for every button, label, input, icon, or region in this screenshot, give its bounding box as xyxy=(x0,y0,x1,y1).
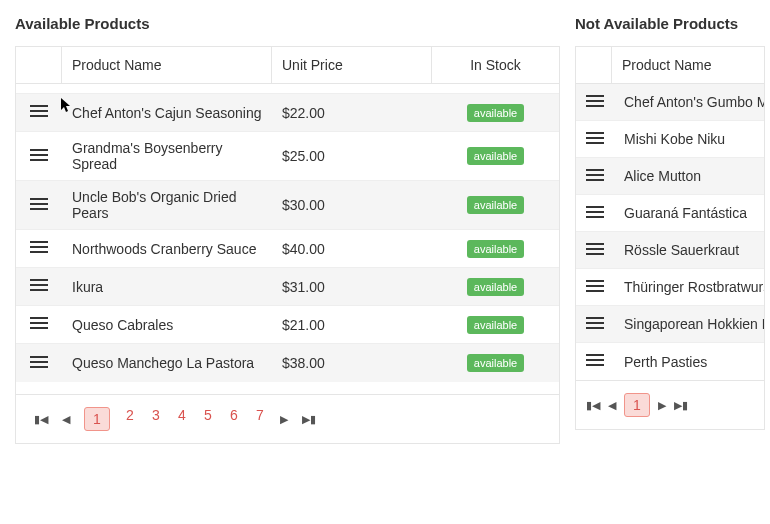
drag-handle-icon[interactable] xyxy=(30,240,48,254)
pager-page-4[interactable]: 4 xyxy=(176,407,188,431)
pager-first-icon[interactable]: ▮◀ xyxy=(34,413,48,426)
cell-product-name: Uncle Bob's Organic Dried Pears xyxy=(62,181,272,229)
table-row[interactable]: Queso Manchego La Pastora$38.00available xyxy=(16,344,559,382)
header-in-stock[interactable]: In Stock xyxy=(432,47,559,83)
table-row[interactable]: Singaporean Hokkien Fried Mee xyxy=(576,306,764,343)
drag-handle-icon[interactable] xyxy=(30,197,48,211)
drag-handle-icon[interactable] xyxy=(30,278,48,292)
cell-product-name: Singaporean Hokkien Fried Mee xyxy=(614,308,764,340)
drag-handle-icon[interactable] xyxy=(586,168,604,182)
cell-product-name: Grandma's Boysenberry Spread xyxy=(62,132,272,180)
cell-product-name: Queso Cabrales xyxy=(62,309,272,341)
table-row[interactable]: Grandma's Boysenberry Spread$25.00availa… xyxy=(16,132,559,181)
available-badge: available xyxy=(467,147,524,165)
table-row[interactable]: Ikura$31.00available xyxy=(16,268,559,306)
cell-product-name: Chef Anton's Cajun Seasoning xyxy=(62,97,272,129)
drag-handle-icon[interactable] xyxy=(586,353,604,367)
grid-body-right[interactable]: Chef Anton's Gumbo MixMishi Kobe NikuAli… xyxy=(576,84,764,380)
pager-last-icon[interactable]: ▶▮ xyxy=(302,413,316,426)
not-available-products-title: Not Available Products xyxy=(575,15,765,32)
cell-product-name: Northwoods Cranberry Sauce xyxy=(62,233,272,265)
drag-handle-icon[interactable] xyxy=(30,104,48,118)
header-drag-col xyxy=(16,47,62,83)
cell-unit-price: $38.00 xyxy=(272,347,432,379)
pager-next-icon[interactable]: ▶ xyxy=(658,399,666,412)
grid-header-left: Product Name Unit Price In Stock xyxy=(16,47,559,84)
drag-handle-icon[interactable] xyxy=(586,242,604,256)
drag-handle-icon[interactable] xyxy=(30,355,48,369)
pager-next-icon[interactable]: ▶ xyxy=(280,413,288,426)
pager-page-6[interactable]: 6 xyxy=(228,407,240,431)
cell-unit-price: $10.00 xyxy=(272,84,432,91)
pager-page-7[interactable]: 7 xyxy=(254,407,266,431)
pager-page-2[interactable]: 2 xyxy=(124,407,136,431)
header-drag-col xyxy=(576,47,612,83)
available-badge: available xyxy=(467,354,524,372)
pager-page-3[interactable]: 3 xyxy=(150,407,162,431)
cell-product-name: Guaraná Fantástica xyxy=(614,197,764,229)
grid-body-left[interactable]: Aniseed Syrup$10.00availableChef Anton's… xyxy=(16,84,559,394)
table-row[interactable]: Mishi Kobe Niku xyxy=(576,121,764,158)
table-row[interactable]: Queso Cabrales$21.00available xyxy=(16,306,559,344)
drag-handle-icon[interactable] xyxy=(30,148,48,162)
pager-first-icon[interactable]: ▮◀ xyxy=(586,399,600,412)
header-product-name[interactable]: Product Name xyxy=(612,47,764,83)
cell-product-name: Ikura xyxy=(62,271,272,303)
pager-right: ▮◀ ◀ 1 ▶ ▶▮ xyxy=(576,380,764,429)
table-row[interactable]: Aniseed Syrup$10.00available xyxy=(16,84,559,94)
cell-product-name: Thüringer Rostbratwurst xyxy=(614,271,764,303)
table-row[interactable]: Guaraná Fantástica xyxy=(576,195,764,232)
header-product-name[interactable]: Product Name xyxy=(62,47,272,83)
drag-handle-icon[interactable] xyxy=(586,279,604,293)
available-badge: available xyxy=(467,316,524,334)
table-row[interactable]: Northwoods Cranberry Sauce$40.00availabl… xyxy=(16,230,559,268)
pager-page-5[interactable]: 5 xyxy=(202,407,214,431)
grid-header-right: Product Name xyxy=(576,47,764,84)
cell-product-name: Mishi Kobe Niku xyxy=(614,123,764,155)
cell-unit-price: $40.00 xyxy=(272,233,432,265)
table-row[interactable]: Alice Mutton xyxy=(576,158,764,195)
table-row[interactable]: Chef Anton's Gumbo Mix xyxy=(576,84,764,121)
available-products-grid: Product Name Unit Price In Stock Aniseed… xyxy=(15,46,560,444)
cell-product-name: Alice Mutton xyxy=(614,160,764,192)
cell-product-name: Chef Anton's Gumbo Mix xyxy=(614,86,764,118)
cell-unit-price: $25.00 xyxy=(272,140,432,172)
pager-left: ▮◀ ◀ 1234567 ▶ ▶▮ xyxy=(16,394,559,443)
available-badge: available xyxy=(467,240,524,258)
cell-product-name: Queso Manchego La Pastora xyxy=(62,347,272,379)
pager-page-1[interactable]: 1 xyxy=(624,393,650,417)
pager-page-1[interactable]: 1 xyxy=(84,407,110,431)
table-row[interactable]: Uncle Bob's Organic Dried Pears$30.00ava… xyxy=(16,181,559,230)
drag-handle-icon[interactable] xyxy=(586,205,604,219)
pager-prev-icon[interactable]: ◀ xyxy=(62,413,70,426)
drag-handle-icon[interactable] xyxy=(586,131,604,145)
cell-unit-price: $31.00 xyxy=(272,271,432,303)
cell-unit-price: $30.00 xyxy=(272,189,432,221)
header-unit-price[interactable]: Unit Price xyxy=(272,47,432,83)
available-badge: available xyxy=(467,196,524,214)
available-badge: available xyxy=(467,104,524,122)
available-badge: available xyxy=(467,278,524,296)
cell-product-name: Aniseed Syrup xyxy=(62,84,272,91)
drag-handle-icon[interactable] xyxy=(30,316,48,330)
table-row[interactable]: Chef Anton's Cajun Seasoning$22.00availa… xyxy=(16,94,559,132)
drag-handle-icon[interactable] xyxy=(586,94,604,108)
cell-product-name: Perth Pasties xyxy=(614,346,764,378)
table-row[interactable]: Rössle Sauerkraut xyxy=(576,232,764,269)
not-available-products-grid: Product Name Chef Anton's Gumbo MixMishi… xyxy=(575,46,765,430)
pager-last-icon[interactable]: ▶▮ xyxy=(674,399,688,412)
table-row[interactable]: Thüringer Rostbratwurst xyxy=(576,269,764,306)
table-row[interactable]: Perth Pasties xyxy=(576,343,764,380)
drag-handle-icon[interactable] xyxy=(586,316,604,330)
available-products-title: Available Products xyxy=(15,15,560,32)
cell-unit-price: $21.00 xyxy=(272,309,432,341)
cell-product-name: Rössle Sauerkraut xyxy=(614,234,764,266)
cell-unit-price: $22.00 xyxy=(272,97,432,129)
pager-prev-icon[interactable]: ◀ xyxy=(608,399,616,412)
